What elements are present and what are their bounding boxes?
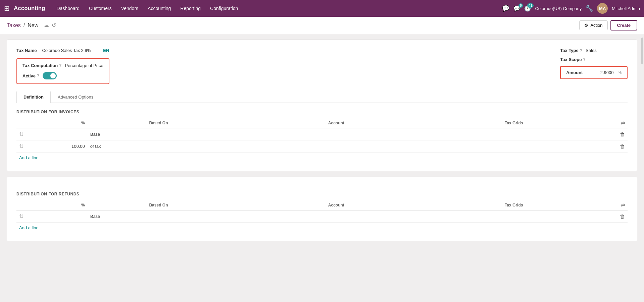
breadcrumb-left: Taxes / New ☁ ↺ xyxy=(7,22,56,28)
row2-basedon[interactable]: of tax xyxy=(88,140,230,153)
refund-row1-taxgrids[interactable] xyxy=(443,210,585,223)
row1-account[interactable] xyxy=(230,128,443,140)
tax-name-value[interactable]: Colorado Sales Tax 2.9% xyxy=(42,48,91,53)
col-actions-invoices: ⇌ xyxy=(585,118,628,128)
drag-handle[interactable]: ⇅ xyxy=(16,140,45,153)
tax-scope-help[interactable]: ? xyxy=(583,57,585,62)
avatar[interactable]: MA xyxy=(597,3,608,14)
col-account-refunds: Account xyxy=(230,200,443,210)
refunds-table: % Based On Account Tax Grids ⇌ ⇅ Base 🗑 xyxy=(16,200,628,223)
invoices-section-title: DISTRIBUTION FOR INVOICES xyxy=(16,110,628,114)
left-form-block: Tax Name Colorado Sales Tax 2.9% EN Tax … xyxy=(16,48,109,84)
row1-taxgrids[interactable] xyxy=(443,128,585,140)
main-content: Tax Name Colorado Sales Tax 2.9% EN Tax … xyxy=(0,34,644,302)
grid-menu-icon[interactable]: ⊞ xyxy=(4,4,10,12)
breadcrumb-icons: ☁ ↺ xyxy=(44,22,56,28)
table-row: ⇅ Base 🗑 xyxy=(16,128,628,140)
discard-icon[interactable]: ↺ xyxy=(52,22,56,28)
menu-customers[interactable]: Customers xyxy=(85,4,116,13)
breadcrumb-right: ⚙ Action Create xyxy=(579,20,637,31)
col-pct-refunds: % xyxy=(45,200,88,210)
tax-computation-help[interactable]: ? xyxy=(59,63,61,68)
active-field: Active ? xyxy=(22,72,103,79)
row1-pct xyxy=(45,128,88,140)
active-help[interactable]: ? xyxy=(37,73,39,78)
menu-accounting[interactable]: Accounting xyxy=(144,4,175,13)
scrollbar-thumb[interactable] xyxy=(641,38,643,64)
refunds-columns-config-icon[interactable]: ⇌ xyxy=(621,202,625,208)
tax-scope-label: Tax Scope ? xyxy=(560,57,585,62)
menu-dashboard[interactable]: Dashboard xyxy=(53,4,84,13)
col-pct-invoices: % xyxy=(45,118,88,128)
invoices-add-line[interactable]: Add a line xyxy=(16,153,41,163)
breadcrumb-parent[interactable]: Taxes xyxy=(7,22,21,28)
breadcrumb-bar: Taxes / New ☁ ↺ ⚙ Action Create xyxy=(0,17,644,34)
refunds-add-line[interactable]: Add a line xyxy=(16,223,41,233)
col-drag xyxy=(16,118,45,128)
tax-scope-field: Tax Scope ? xyxy=(560,57,615,62)
active-toggle[interactable] xyxy=(43,72,57,79)
active-label: Active ? xyxy=(22,73,39,78)
table-row: ⇅ 100.00 of tax 🗑 xyxy=(16,140,628,153)
row1-delete[interactable]: 🗑 xyxy=(585,128,628,140)
row2-taxgrids[interactable] xyxy=(443,140,585,153)
user-name: Mitchell Admin xyxy=(612,6,640,11)
tax-computation-label: Tax Computation ? xyxy=(22,63,62,68)
amount-highlighted-box: Amount % xyxy=(560,66,628,79)
top-navigation: ⊞ Accounting Dashboard Customers Vendors… xyxy=(0,0,644,17)
drag-handle-refunds[interactable]: ⇅ xyxy=(16,210,45,223)
tax-type-label: Tax Type ? xyxy=(560,48,582,53)
scrollbar[interactable] xyxy=(641,34,644,302)
refund-row1-account[interactable] xyxy=(230,210,443,223)
table-row: ⇅ Base 🗑 xyxy=(16,210,628,223)
messages-icon[interactable]: 💬6 xyxy=(513,5,520,12)
tax-computation-value[interactable]: Percentage of Price xyxy=(65,63,103,68)
activity-icon[interactable]: 🕐41 xyxy=(524,5,531,12)
row1-basedon[interactable]: Base xyxy=(88,128,230,140)
lang-badge[interactable]: EN xyxy=(103,48,109,53)
refunds-form-card: DISTRIBUTION FOR REFUNDS % Based On Acco… xyxy=(7,177,637,241)
invoices-table-header: % Based On Account Tax Grids ⇌ xyxy=(16,118,628,128)
refunds-section-title: DISTRIBUTION FOR REFUNDS xyxy=(16,192,628,196)
tax-computation-field: Tax Computation ? Percentage of Price xyxy=(22,63,103,68)
invoices-section: DISTRIBUTION FOR INVOICES % Based On Acc… xyxy=(16,110,628,163)
invoices-table: % Based On Account Tax Grids ⇌ ⇅ Base xyxy=(16,118,628,153)
menu-vendors[interactable]: Vendors xyxy=(117,4,142,13)
breadcrumb-separator: / xyxy=(23,22,25,28)
top-menu: Dashboard Customers Vendors Accounting R… xyxy=(53,4,501,13)
col-basedon-refunds: Based On xyxy=(88,200,230,210)
tab-advanced-options[interactable]: Advanced Options xyxy=(51,91,100,103)
highlighted-fields-box: Tax Computation ? Percentage of Price Ac… xyxy=(16,58,109,84)
breadcrumb-current: New xyxy=(28,22,38,28)
create-button[interactable]: Create xyxy=(610,20,637,31)
col-taxgrids-refunds: Tax Grids xyxy=(443,200,585,210)
tax-type-value[interactable]: Sales xyxy=(586,48,597,53)
amount-input[interactable] xyxy=(587,70,613,75)
right-form-block: Tax Type ? Sales Tax Scope ? Amount xyxy=(560,48,628,79)
tax-name-label: Tax Name xyxy=(16,48,37,53)
tab-definition[interactable]: Definition xyxy=(16,91,51,103)
col-basedon-invoices: Based On xyxy=(88,118,230,128)
tax-type-field: Tax Type ? Sales xyxy=(560,48,596,53)
row2-delete[interactable]: 🗑 xyxy=(585,140,628,153)
settings-icon[interactable]: 🔧 xyxy=(586,5,593,12)
action-button[interactable]: ⚙ Action xyxy=(579,20,607,30)
columns-config-icon[interactable]: ⇌ xyxy=(621,120,625,126)
refund-row1-basedon[interactable]: Base xyxy=(88,210,230,223)
help-icon[interactable]: 💬 xyxy=(502,5,509,12)
menu-reporting[interactable]: Reporting xyxy=(176,4,205,13)
drag-handle[interactable]: ⇅ xyxy=(16,128,45,140)
row2-pct: 100.00 xyxy=(45,140,88,153)
amount-symbol: % xyxy=(617,70,622,75)
form-top-row: Tax Name Colorado Sales Tax 2.9% EN Tax … xyxy=(16,48,628,84)
cloud-save-icon[interactable]: ☁ xyxy=(44,22,49,28)
tax-name-row: Tax Name Colorado Sales Tax 2.9% EN xyxy=(16,48,109,53)
amount-label: Amount xyxy=(566,70,583,75)
gear-icon: ⚙ xyxy=(584,23,588,28)
col-drag-refunds xyxy=(16,200,45,210)
refund-row1-delete[interactable]: 🗑 xyxy=(585,210,628,223)
row2-account[interactable] xyxy=(230,140,443,153)
refunds-table-header: % Based On Account Tax Grids ⇌ xyxy=(16,200,628,210)
tax-type-help[interactable]: ? xyxy=(580,48,582,53)
menu-configuration[interactable]: Configuration xyxy=(206,4,242,13)
